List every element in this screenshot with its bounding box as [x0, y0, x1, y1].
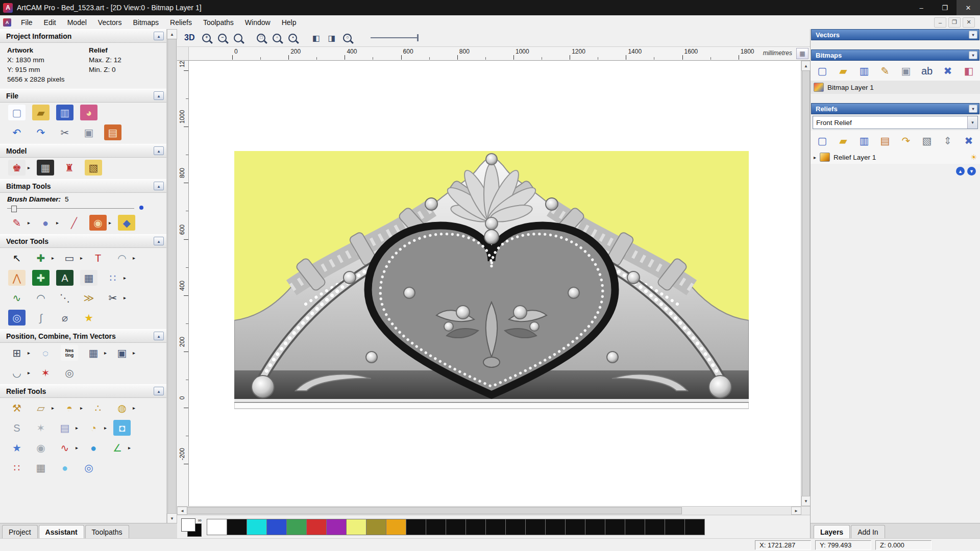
import-image-icon[interactable]: ◕: [80, 105, 97, 120]
ripple-icon[interactable]: ∿: [56, 440, 74, 456]
palette-swatch-23[interactable]: [665, 519, 685, 535]
palette-swatch-18[interactable]: [565, 519, 585, 535]
palette-swatch-4[interactable]: [286, 519, 307, 535]
scroll-thumb[interactable]: [802, 70, 810, 496]
zoom-fit-icon[interactable]: ▫: [270, 31, 284, 44]
iso-form-icon[interactable]: ◘: [113, 420, 131, 436]
vectors-collapse-icon[interactable]: ▾: [969, 31, 977, 39]
delete-bitmap-icon[interactable]: ✖: [939, 63, 957, 79]
copy-icon[interactable]: ▣: [80, 124, 97, 140]
palette-swatch-10[interactable]: [406, 519, 426, 535]
minimize-button[interactable]: –: [910, 0, 933, 15]
palette-swatch-9[interactable]: [386, 519, 406, 535]
bitmaps-collapse-icon[interactable]: ▾: [969, 51, 977, 59]
relief-wizard-icon-flyout[interactable]: ▸: [133, 405, 135, 411]
menu-window[interactable]: Window: [239, 16, 276, 29]
offset-vectors-icon[interactable]: ◠: [113, 250, 131, 266]
palette-icon[interactable]: ◉: [89, 215, 107, 231]
zoom-objects-icon[interactable]: ○: [340, 31, 354, 44]
scroll-down-icon[interactable]: ▼: [167, 513, 177, 523]
menu-vectors[interactable]: Vectors: [92, 16, 128, 29]
bitmap-merge-icon[interactable]: ▣: [897, 63, 915, 79]
swirl-relief-icon[interactable]: ◎: [80, 460, 97, 475]
paint-selective-icon-flyout[interactable]: ▸: [56, 220, 59, 226]
paste-array-icon-flyout[interactable]: ▸: [124, 275, 126, 281]
two-rail-ring-icon-flyout[interactable]: ▸: [104, 425, 107, 431]
create-freehand-icon[interactable]: ∿: [8, 290, 26, 306]
block-copy-icon[interactable]: ▦: [85, 345, 102, 361]
weld-vectors-icon[interactable]: ✶: [37, 365, 54, 381]
palette-swatch-13[interactable]: [465, 519, 486, 535]
paste-relief-icon[interactable]: ▤: [876, 133, 894, 148]
set-model-size-icon-flyout[interactable]: ▸: [28, 165, 30, 170]
bitmap-brush-icon[interactable]: ✎: [876, 63, 894, 79]
palette-swatch-20[interactable]: [605, 519, 625, 535]
menu-model[interactable]: Model: [62, 16, 92, 29]
shape-editor-icon[interactable]: ◓: [61, 400, 78, 416]
paste-icon[interactable]: ▤: [104, 124, 121, 140]
mesh-relief-icon[interactable]: ▦: [32, 460, 50, 475]
assistant-scrollbar[interactable]: ▲ ▼: [166, 29, 177, 523]
bitmap-text-icon[interactable]: ab: [918, 63, 936, 79]
colour-picker-icon[interactable]: ╱: [65, 215, 83, 231]
greyscale-model-icon[interactable]: ▦: [37, 160, 54, 176]
sculpting-icon[interactable]: ⚒: [8, 400, 26, 416]
palette-swatch-8[interactable]: [366, 519, 386, 535]
new-relief-icon[interactable]: ▢: [814, 133, 831, 148]
palette-swatch-7[interactable]: [346, 519, 366, 535]
rotate-copy-icon[interactable]: ▣: [113, 345, 131, 361]
move-layer-up-button[interactable]: ▲: [956, 167, 965, 176]
trim-vectors-icon-flyout[interactable]: ▸: [124, 295, 126, 300]
menu-help[interactable]: Help: [276, 16, 302, 29]
tab-add-in[interactable]: Add In: [851, 525, 885, 539]
collapse-icon[interactable]: ▴: [154, 146, 164, 155]
collapse-icon[interactable]: ▴: [154, 32, 164, 40]
save-relief-icon[interactable]: ▥: [855, 133, 873, 148]
node-editing-icon[interactable]: ⋱: [56, 290, 74, 306]
nesting-icon[interactable]: Nes ting: [61, 345, 78, 361]
join-vectors-icon[interactable]: ◡: [8, 365, 26, 381]
emboss-wizard-icon-flyout[interactable]: ▸: [76, 425, 78, 431]
palette-swatch-1[interactable]: [227, 519, 247, 535]
star-wizard-icon[interactable]: ★: [8, 440, 26, 456]
collapse-icon[interactable]: ▴: [154, 237, 164, 245]
palette-swatch-12[interactable]: [446, 519, 466, 535]
menu-reliefs[interactable]: Reliefs: [164, 16, 198, 29]
rotate-array-icon[interactable]: ◌: [37, 345, 54, 361]
emboss-wizard-icon[interactable]: ▤: [56, 420, 74, 436]
palette-swatch-16[interactable]: [525, 519, 546, 535]
set-model-size-icon[interactable]: ♚: [8, 160, 26, 176]
smooth-relief-icon[interactable]: ↷: [897, 133, 915, 148]
zoom-in-icon[interactable]: +: [200, 31, 213, 44]
create-arc-icon[interactable]: ◠: [32, 290, 50, 306]
cut-icon[interactable]: ✂: [56, 124, 74, 140]
sphere-relief-icon[interactable]: ●: [56, 460, 74, 475]
smart-engraving-icon[interactable]: S: [8, 420, 26, 436]
palette-swatch-14[interactable]: [485, 519, 506, 535]
tab-layers[interactable]: Layers: [814, 525, 850, 539]
create-polyline-icon[interactable]: ⋀: [8, 270, 26, 286]
expander-icon[interactable]: ▸: [814, 155, 816, 160]
vector-text-block-icon[interactable]: A: [56, 270, 74, 286]
transform-vectors-icon-flyout[interactable]: ▸: [52, 255, 54, 261]
palette-swatch-11[interactable]: [426, 519, 446, 535]
ruler-options-button[interactable]: ▦: [796, 48, 808, 59]
flood-fill-icon[interactable]: ◆: [118, 215, 135, 231]
undo-icon[interactable]: ↶: [8, 124, 26, 140]
collapse-icon[interactable]: ▴: [154, 387, 164, 395]
create-text-icon[interactable]: T: [89, 250, 107, 266]
scroll-left-icon[interactable]: ◄: [177, 507, 187, 515]
transform-vectors-icon[interactable]: ✚: [32, 250, 50, 266]
block-copy-icon-flyout[interactable]: ▸: [104, 350, 107, 356]
paint-selective-icon[interactable]: ●: [37, 215, 54, 231]
snap-grid-icon[interactable]: ▦: [80, 270, 97, 286]
select-vectors-icon[interactable]: ↖: [8, 250, 26, 266]
layer-visibility-icon[interactable]: ☀: [970, 153, 977, 161]
texture-ball-icon[interactable]: ●: [85, 440, 102, 456]
paste-array-icon[interactable]: ∷: [104, 270, 121, 286]
create-star-icon[interactable]: ★: [80, 310, 97, 325]
align-vectors-icon[interactable]: ⊞: [8, 345, 26, 361]
brush-diameter-slider[interactable]: [7, 205, 146, 212]
palette-swatch-24[interactable]: [684, 519, 705, 535]
menu-bitmaps[interactable]: Bitmaps: [128, 16, 165, 29]
